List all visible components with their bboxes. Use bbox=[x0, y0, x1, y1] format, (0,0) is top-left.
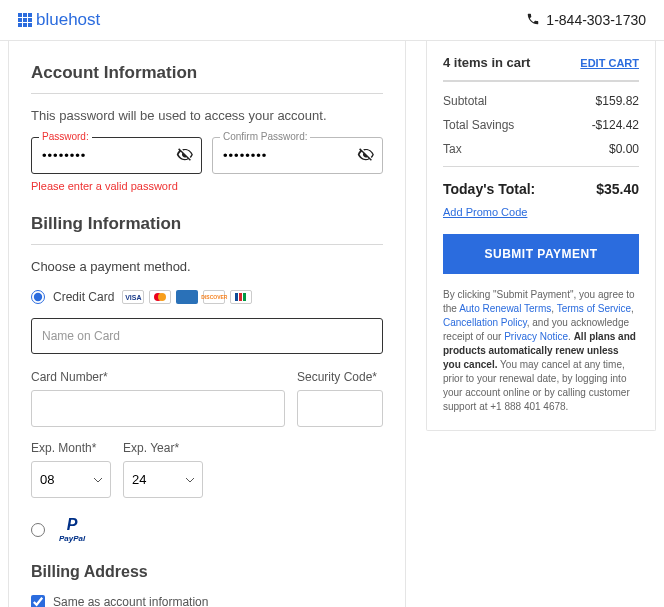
divider bbox=[31, 244, 383, 245]
card-number-input[interactable] bbox=[31, 390, 285, 427]
phone-number: 1-844-303-1730 bbox=[546, 12, 646, 28]
tax-label: Tax bbox=[443, 142, 462, 156]
card-logos: VISA DISCOVER bbox=[122, 290, 252, 304]
confirm-password-label: Confirm Password: bbox=[220, 131, 310, 142]
eye-off-icon[interactable] bbox=[176, 145, 194, 166]
logo-grid-icon bbox=[18, 13, 32, 27]
bluehost-logo[interactable]: bluehost bbox=[18, 10, 100, 30]
svg-rect-2 bbox=[235, 293, 238, 301]
phone-icon bbox=[526, 12, 540, 29]
auto-renewal-link[interactable]: Auto Renewal Terms bbox=[459, 303, 551, 314]
total-value: $35.40 bbox=[596, 181, 639, 197]
exp-month-select[interactable]: 08 bbox=[31, 461, 111, 498]
add-promo-link[interactable]: Add Promo Code bbox=[443, 206, 527, 218]
amex-icon bbox=[176, 290, 198, 304]
credit-card-radio[interactable] bbox=[31, 290, 45, 304]
discover-icon: DISCOVER bbox=[203, 290, 225, 304]
savings-label: Total Savings bbox=[443, 118, 514, 132]
name-on-card-input[interactable] bbox=[31, 318, 383, 354]
cart-summary: 4 items in cart EDIT CART Subtotal $159.… bbox=[426, 41, 656, 431]
brand-text: bluehost bbox=[36, 10, 100, 30]
same-as-account-label: Same as account information bbox=[53, 595, 208, 607]
cancellation-link[interactable]: Cancellation Policy bbox=[443, 317, 527, 328]
billing-info-heading: Billing Information bbox=[31, 214, 383, 234]
checkout-form: Account Information This password will b… bbox=[8, 41, 406, 607]
support-phone[interactable]: 1-844-303-1730 bbox=[526, 12, 646, 29]
password-field-wrap: Password: bbox=[31, 137, 202, 174]
credit-card-label: Credit Card bbox=[53, 290, 114, 304]
account-info-heading: Account Information bbox=[31, 63, 383, 83]
password-helper: This password will be used to access you… bbox=[31, 108, 383, 123]
edit-cart-link[interactable]: EDIT CART bbox=[580, 57, 639, 69]
billing-address-heading: Billing Address bbox=[31, 563, 383, 581]
privacy-link[interactable]: Privacy Notice bbox=[504, 331, 568, 342]
subtotal-value: $159.82 bbox=[596, 94, 639, 108]
page-header: bluehost 1-844-303-1730 bbox=[0, 0, 664, 41]
svg-rect-4 bbox=[243, 293, 246, 301]
legal-text: By clicking "Submit Payment", you agree … bbox=[443, 288, 639, 414]
same-as-account-checkbox[interactable] bbox=[31, 595, 45, 607]
exp-year-select[interactable]: 24 bbox=[123, 461, 203, 498]
eye-off-icon[interactable] bbox=[357, 145, 375, 166]
paypal-radio[interactable] bbox=[31, 523, 45, 537]
subtotal-label: Subtotal bbox=[443, 94, 487, 108]
password-label: Password: bbox=[39, 131, 92, 142]
divider bbox=[31, 93, 383, 94]
password-error: Please enter a valid password bbox=[31, 180, 383, 192]
submit-payment-button[interactable]: SUBMIT PAYMENT bbox=[443, 234, 639, 274]
paypal-icon: P PayPal bbox=[59, 516, 85, 543]
card-number-label: Card Number* bbox=[31, 370, 285, 384]
security-code-label: Security Code* bbox=[297, 370, 383, 384]
svg-point-1 bbox=[158, 293, 166, 301]
security-code-input[interactable] bbox=[297, 390, 383, 427]
tos-link[interactable]: Terms of Service bbox=[557, 303, 631, 314]
paypal-option[interactable]: P PayPal bbox=[31, 516, 383, 543]
confirm-password-field-wrap: Confirm Password: bbox=[212, 137, 383, 174]
exp-year-label: Exp. Year* bbox=[123, 441, 203, 455]
cart-items-count: 4 items in cart bbox=[443, 55, 530, 70]
svg-rect-3 bbox=[239, 293, 242, 301]
total-label: Today's Total: bbox=[443, 181, 535, 197]
jcb-icon bbox=[230, 290, 252, 304]
credit-card-option[interactable]: Credit Card VISA DISCOVER bbox=[31, 290, 383, 304]
choose-payment-text: Choose a payment method. bbox=[31, 259, 383, 274]
savings-value: -$124.42 bbox=[592, 118, 639, 132]
exp-month-label: Exp. Month* bbox=[31, 441, 111, 455]
visa-icon: VISA bbox=[122, 290, 144, 304]
mastercard-icon bbox=[149, 290, 171, 304]
tax-value: $0.00 bbox=[609, 142, 639, 156]
